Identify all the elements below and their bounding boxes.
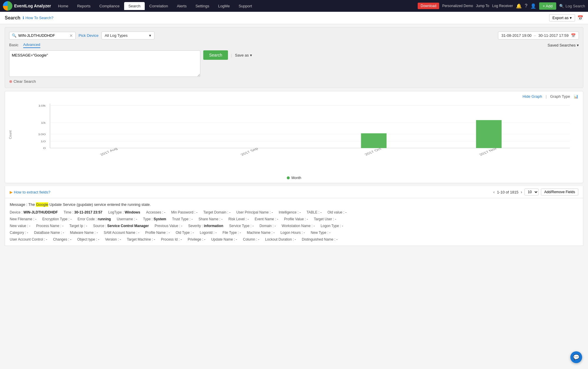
field-logtype: LogType : Windows [108,209,140,216]
nav-reports[interactable]: Reports [73,2,95,10]
graph-divider: | [546,94,547,99]
prev-page-button[interactable]: ‹ [493,190,495,194]
field-target-domain: Target Domain : - [203,209,230,216]
hide-graph-link[interactable]: Hide Graph [522,94,542,99]
log-type-dropdown[interactable]: All Log Types ▾ [101,32,154,39]
top-bar: EventLog Analyzer Home Reports Complianc… [0,0,588,12]
field-profile-value: Profile Value : - [284,216,308,223]
message-highlight: Google [36,202,48,207]
notification-icon[interactable]: 🔔 [516,3,522,9]
field-version: Version : - [105,236,121,243]
calendar-icon[interactable]: 📅 [571,33,576,38]
field-machine-name: Machine Name : - [247,229,275,236]
chart-svg: 0 10 100 1k 10k 2017 Aug 2017 Sep 2017 O… [24,101,578,157]
user-avatar-icon[interactable]: 👤 [530,3,536,9]
svg-text:1k: 1k [41,121,46,124]
action-separator: | [231,53,232,57]
bar-oct [361,133,387,148]
field-device: Device : WIN-JLDTHUDDHDF [10,209,58,216]
field-target-machine: Target Machine : - [127,236,155,243]
tab-advanced[interactable]: Advanced [23,42,40,48]
error-icon: ⊗ [9,79,12,84]
nav-settings[interactable]: Settings [191,2,213,10]
field-new-value: New value : - [10,223,30,229]
field-trust-type: Trust Type : - [172,216,193,223]
field-distinguished-name: Distinguished Name : - [302,236,337,243]
search-button[interactable]: Search [203,50,228,60]
svg-text:0: 0 [43,147,46,150]
date-range: 31-08-2017 19:00 – 30-11-2017 17:59 📅 [498,32,579,39]
pagination: ‹ 1-10 of 1815 › 10 25 50 Add/Remove Fie… [493,188,578,196]
field-privilege: Privilege : - [188,236,205,243]
device-search-box[interactable]: 🔍 ✕ [9,32,76,39]
logo-text: EventLog Analyzer [14,4,51,8]
query-textarea[interactable]: MESSAGE="Google" [9,50,200,77]
log-type-value: All Log Types [105,33,128,38]
field-object-type: Object type : - [77,236,99,243]
save-as-button[interactable]: Save as ▾ [235,53,252,57]
secondary-left: Search ℹ How To Search? [5,15,54,21]
field-time: Time : 30-11-2017 23:57 [64,209,102,216]
field-logon-type: Logon Type : - [321,223,343,229]
download-button[interactable]: Download [418,3,439,9]
field-accesses: Accesses : - [146,209,165,216]
log-fields-row-4: Category : - DataBase Name : - Malware N… [10,229,578,236]
field-type: Type : System [143,216,166,223]
tab-basic[interactable]: Basic [9,43,19,48]
field-risk-level: Risk Level : - [228,216,249,223]
field-process-name: Process Name : - [36,223,64,229]
next-page-button[interactable]: › [521,190,522,194]
pick-device-link[interactable]: Pick Device [79,33,99,38]
add-button[interactable]: + Add [539,2,556,10]
clear-search-row[interactable]: ⊗ Clear Search [9,79,579,84]
calendar-settings-icon[interactable]: 📅 [577,15,583,21]
per-page-select[interactable]: 10 25 50 [524,188,539,196]
date-separator: – [534,33,536,38]
field-malware-name: Malware Name : - [70,229,98,236]
graph-type-label: Graph Type [550,94,570,99]
field-table: TABLE : - [307,209,322,216]
add-remove-fields-button[interactable]: Add/Remove Fields [541,188,578,196]
tab-group: Basic Advanced [9,42,40,48]
bar-chart-icon[interactable]: 📊 [574,94,578,99]
secondary-bar: Search ℹ How To Search? Export as ▾ 📅 [0,12,588,24]
log-receiver-link[interactable]: Log Receiver [492,4,513,8]
export-button[interactable]: Export as ▾ [549,14,575,21]
chart-legend: Month [10,176,578,180]
log-entry: Message : The Google Update Service (gup… [5,198,583,246]
help-icon[interactable]: ? [525,3,527,9]
field-update-name: Update Name : - [211,236,237,243]
svg-text:2017 Oct: 2017 Oct [364,147,382,156]
nav-search[interactable]: Search [124,2,144,10]
field-file-type: File Type : - [222,229,241,236]
top-right-area: Download Personalized Demo Jump To Log R… [418,2,585,10]
nav-alerts[interactable]: Alerts [173,2,191,10]
search-query-area: MESSAGE="Google" Search | Save as ▾ [9,50,579,77]
how-to-extract-link[interactable]: ▶ How to extract fields? [10,190,50,194]
how-to-search-link[interactable]: ℹ How To Search? [23,16,53,20]
log-search-label: Log Search [566,4,585,8]
search-icon: 🔍 [12,33,16,38]
logo-area: EventLog Analyzer [3,1,51,11]
graph-controls: Hide Graph | Graph Type 📊 [10,94,578,99]
nav-correlation[interactable]: Correlation [145,2,172,10]
field-min-password: Min Password : - [171,209,197,216]
field-error-code: Error Code : running [78,216,111,223]
chart-container: Count 0 10 100 1k 10k [10,101,578,175]
search-bar-top[interactable]: 🔍 Log Search [559,4,585,8]
field-workstation-name: Workstation Name : - [282,223,315,229]
field-intelligence: Intelligence : - [279,209,301,216]
jump-to-link[interactable]: Jump To [476,4,489,8]
legend-label: Month [291,176,301,180]
nav-home[interactable]: Home [54,2,73,10]
nav-compliance[interactable]: Compliance [95,2,124,10]
device-search-input[interactable] [18,33,68,38]
personalized-demo-link[interactable]: Personalized Demo [442,4,473,8]
saved-searches-dropdown[interactable]: Saved Searches ▾ [548,43,579,47]
nav-support[interactable]: Support [234,2,256,10]
nav-logme[interactable]: LogMe [214,2,234,10]
clear-device-icon[interactable]: ✕ [69,33,73,38]
field-service-type: Service Type : - [229,223,254,229]
legend-dot [287,176,290,179]
field-event-name: Event Name : - [255,216,278,223]
